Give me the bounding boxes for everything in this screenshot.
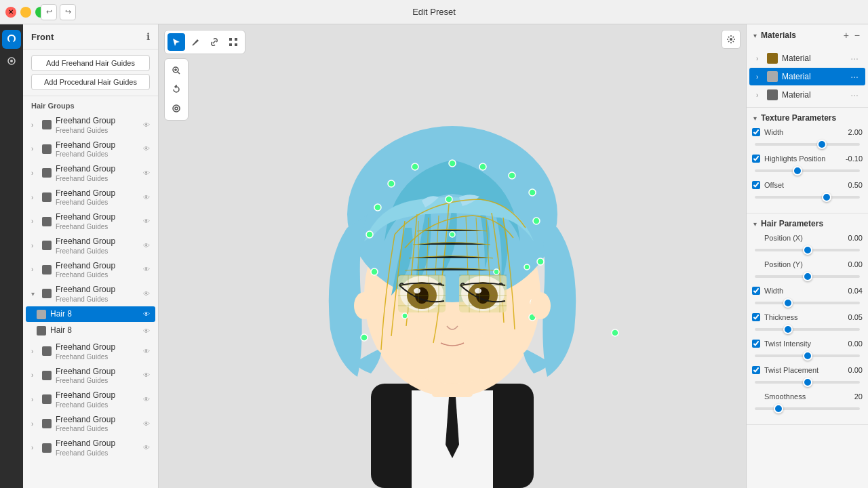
zoom-fit-button[interactable] xyxy=(167,62,185,79)
svg-point-7 xyxy=(173,105,180,112)
sidebar-tool-hair[interactable] xyxy=(2,30,21,49)
eye-icon[interactable]: 👁 xyxy=(143,194,150,201)
tree-item[interactable]: › Freehand Group Freehand Guides 👁 xyxy=(26,138,155,161)
param-pos-y: Position (Y) 0.00 xyxy=(752,260,863,280)
right-panel: ▾ Materials + − › Material ··· › xyxy=(746,24,868,488)
material-item-3[interactable]: › Material ··· xyxy=(749,86,865,104)
svg-point-26 xyxy=(509,172,515,179)
tree-item-expanded[interactable]: ▾ Freehand Group Freehand Guides 👁 xyxy=(26,282,155,306)
item-text: Hair 8 xyxy=(50,309,140,320)
thickness-checkbox[interactable] xyxy=(752,313,760,321)
eye-icon[interactable]: 👁 xyxy=(143,242,150,249)
pan-button[interactable] xyxy=(167,100,185,117)
group-icon xyxy=(42,241,52,250)
tree-item[interactable]: › Freehand Group Freehand Guides 👁 xyxy=(26,340,155,363)
hair-8-active[interactable]: Hair 8 👁 xyxy=(26,306,155,323)
hair-8-inactive[interactable]: Hair 8 👁 xyxy=(26,323,155,339)
tree-item[interactable]: › Freehand Group Freehand Guides 👁 xyxy=(26,161,155,185)
chevron-right-icon: › xyxy=(31,145,39,152)
hair-width-checkbox[interactable] xyxy=(752,287,760,295)
tree-item[interactable]: › Freehand Group Freehand Guides 👁 xyxy=(26,258,155,282)
eye-icon[interactable]: 👁 xyxy=(143,396,150,403)
eye-icon[interactable]: 👁 xyxy=(143,327,150,335)
material-item-2[interactable]: › Material ··· xyxy=(749,68,865,85)
svg-point-25 xyxy=(479,163,486,170)
link-tool-button[interactable] xyxy=(205,33,223,51)
twist-placement-checkbox[interactable] xyxy=(752,366,760,374)
eye-icon[interactable]: 👁 xyxy=(143,145,150,152)
grid-tool-button[interactable] xyxy=(224,33,242,51)
material-item-1[interactable]: › Material ··· xyxy=(749,49,865,67)
add-material-button[interactable]: + xyxy=(842,30,850,41)
offset-checkbox[interactable] xyxy=(752,181,760,189)
tree-item[interactable]: › Freehand Group Freehand Guides 👁 xyxy=(26,209,155,233)
eye-icon[interactable]: 👁 xyxy=(143,310,150,318)
more-icon[interactable]: ··· xyxy=(850,53,859,64)
width-checkbox[interactable] xyxy=(752,128,760,136)
texture-params-header[interactable]: ▾ Texture Parameters xyxy=(747,108,868,128)
hair-params-header[interactable]: ▾ Hair Parameters xyxy=(747,214,868,234)
pos-x-slider[interactable] xyxy=(755,249,860,251)
tree-item[interactable]: › Freehand Group Freehand Guides 👁 xyxy=(26,436,155,460)
info-icon[interactable]: ℹ xyxy=(146,31,150,42)
smoothness-slider[interactable] xyxy=(755,407,860,410)
back-button[interactable]: ↩ xyxy=(41,4,57,20)
eye-icon[interactable]: 👁 xyxy=(143,218,150,225)
minimize-button[interactable] xyxy=(20,7,31,18)
slider-container xyxy=(752,270,863,280)
twist-intensity-checkbox[interactable] xyxy=(752,340,760,348)
twist-placement-slider[interactable] xyxy=(755,381,860,384)
icon-sidebar xyxy=(0,24,23,488)
item-text: Freehand Group Freehand Guides xyxy=(56,367,140,385)
svg-point-54 xyxy=(475,288,481,293)
more-icon[interactable]: ··· xyxy=(850,89,859,100)
chevron-right-icon: › xyxy=(31,420,39,428)
group-icon xyxy=(42,394,52,404)
eye-icon[interactable]: 👁 xyxy=(143,371,150,379)
forward-button[interactable]: ↪ xyxy=(60,4,76,20)
tree-item[interactable]: › Freehand Group Freehand Guides 👁 xyxy=(26,388,155,411)
slider-container xyxy=(752,350,863,359)
svg-point-24 xyxy=(449,160,456,167)
material-color-3 xyxy=(767,89,778,100)
eye-icon[interactable]: 👁 xyxy=(143,348,150,355)
add-procedural-button[interactable]: Add Procedural Hair Guides xyxy=(31,74,150,90)
tree-item[interactable]: › Freehand Group Freehand Guides 👁 xyxy=(26,364,155,388)
thickness-slider[interactable] xyxy=(755,328,860,331)
materials-header[interactable]: ▾ Materials + − xyxy=(747,24,868,46)
eye-icon[interactable]: 👁 xyxy=(143,121,150,129)
param-hair-width: Width 0.04 xyxy=(752,287,863,306)
hair-width-slider[interactable] xyxy=(755,302,860,304)
close-button[interactable]: ✕ xyxy=(5,7,16,18)
eye-icon[interactable]: 👁 xyxy=(143,266,150,273)
sidebar-tool-brush[interactable] xyxy=(2,52,21,70)
add-freehand-button[interactable]: Add Freehand Hair Guides xyxy=(31,55,150,71)
twist-intensity-slider[interactable] xyxy=(755,354,860,357)
group-icon xyxy=(42,144,52,154)
item-text: Freehand Group Freehand Guides xyxy=(56,212,140,230)
eye-icon[interactable]: 👁 xyxy=(143,420,150,428)
item-text: Freehand Group Freehand Guides xyxy=(56,390,140,409)
more-icon[interactable]: ··· xyxy=(850,71,859,82)
width-slider[interactable] xyxy=(755,143,860,146)
tree-item[interactable]: › Freehand Group Freehand Guides 👁 xyxy=(26,234,155,258)
tree-item[interactable]: › Freehand Group Freehand Guides 👁 xyxy=(26,412,155,436)
group-icon xyxy=(42,217,52,226)
eye-icon[interactable]: 👁 xyxy=(143,444,150,451)
highlights-checkbox[interactable] xyxy=(752,155,760,163)
offset-slider[interactable] xyxy=(755,196,860,199)
pos-y-slider[interactable] xyxy=(755,275,860,278)
texture-params-title: Texture Parameters xyxy=(761,113,861,123)
rotate-button[interactable] xyxy=(167,81,185,98)
nav-buttons-group xyxy=(164,58,189,121)
tree-item[interactable]: › Freehand Group Freehand Guides 👁 xyxy=(26,186,155,209)
highlights-slider[interactable] xyxy=(755,169,860,172)
draw-tool-button[interactable] xyxy=(186,33,204,51)
canvas-settings-button[interactable] xyxy=(722,30,741,49)
remove-material-button[interactable]: − xyxy=(853,30,861,41)
canvas-viewport[interactable] xyxy=(159,24,746,488)
eye-icon[interactable]: 👁 xyxy=(143,290,150,298)
select-tool-button[interactable] xyxy=(167,33,185,51)
tree-item[interactable]: › Freehand Group Freehand Guides 👁 xyxy=(26,113,155,137)
eye-icon[interactable]: 👁 xyxy=(143,169,150,177)
